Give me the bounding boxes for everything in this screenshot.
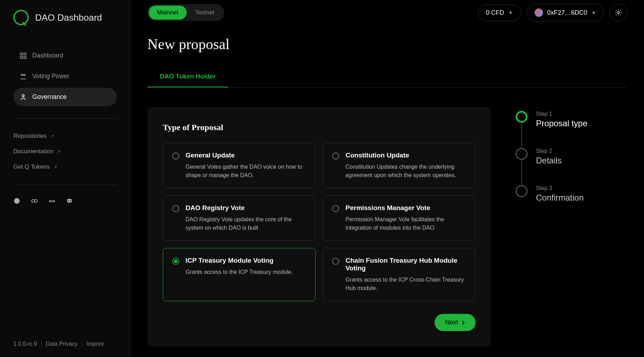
svg-point-9 xyxy=(70,201,71,202)
option-constitution-update[interactable]: Constitution Update Constitution Updates… xyxy=(323,143,476,188)
data-privacy-link[interactable]: Data Privacy xyxy=(46,341,78,347)
tab-dao-token-holder[interactable]: DAO Token Holder xyxy=(147,67,228,87)
step-dot-icon xyxy=(516,111,528,123)
step-3: Step 3 Confirmation xyxy=(516,185,588,203)
step-1: Step 1 Proposal type xyxy=(516,111,588,148)
radio-icon xyxy=(172,258,179,265)
option-desc: DAO Registry Vote updates the core of th… xyxy=(186,215,306,232)
svg-point-10 xyxy=(617,12,619,14)
page-title: New proposal xyxy=(147,36,627,53)
social-icon-2[interactable] xyxy=(31,197,38,204)
proposal-type-card: Type of Proposal General Update General … xyxy=(147,107,491,346)
chevron-right-icon xyxy=(462,320,465,325)
body-row: Type of Proposal General Update General … xyxy=(147,107,627,346)
dashboard-icon xyxy=(20,52,27,59)
step-line xyxy=(521,123,522,148)
step-dot-icon xyxy=(516,148,528,160)
option-title: General Update xyxy=(186,151,306,159)
svg-rect-3 xyxy=(24,56,26,59)
wallet-address: 0xF27…6DC0 xyxy=(547,9,587,16)
link-documentation[interactable]: Documentation ↗ xyxy=(13,144,117,159)
option-title: Permissions Manager Vote xyxy=(346,204,466,212)
option-chain-fusion-treasury[interactable]: Chain Fusion Treasury Hub Module Voting … xyxy=(323,248,476,301)
option-permissions-manager-vote[interactable]: Permissions Manager Vote Permission Mana… xyxy=(323,195,476,241)
next-label: Next xyxy=(445,319,458,326)
nav-list: Dashboard Voting Power Governance xyxy=(13,46,117,108)
separator xyxy=(41,341,42,347)
nav-label: Governance xyxy=(32,93,67,101)
network-toggle: Mainnet Testnet xyxy=(147,4,224,21)
radio-icon xyxy=(332,258,339,265)
option-icp-treasury-module[interactable]: ICP Treasury Module Voting Grants access… xyxy=(163,248,316,301)
step-dot-icon xyxy=(516,185,528,197)
next-button[interactable]: Next xyxy=(435,314,476,331)
ext-link-label: Documentation xyxy=(13,148,53,155)
option-desc: Constitution Updates change the underlyi… xyxy=(346,163,466,180)
radio-icon xyxy=(172,205,179,212)
option-desc: Grants access to the ICP Treasury module… xyxy=(186,268,293,276)
network-mainnet-button[interactable]: Mainnet xyxy=(149,6,187,20)
step-label: Step 3 xyxy=(536,185,584,191)
logo-row: DAO Dashboard xyxy=(13,10,117,25)
svg-point-6 xyxy=(32,200,34,202)
link-repositories[interactable]: Repositories ↗ xyxy=(13,128,117,144)
option-title: Constitution Update xyxy=(346,151,466,159)
external-link-icon: ↗ xyxy=(57,149,61,154)
next-row: Next xyxy=(163,314,476,331)
balance-value: 0 CFD xyxy=(486,9,504,16)
svg-point-7 xyxy=(34,200,37,202)
gear-icon xyxy=(615,9,622,16)
option-title: ICP Treasury Module Voting xyxy=(186,257,293,264)
option-dao-registry-vote[interactable]: DAO Registry Vote DAO Registry Vote upda… xyxy=(163,195,316,241)
option-desc: Permission Manager Vote facilitates the … xyxy=(346,215,466,232)
option-title: Chain Fusion Treasury Hub Module Voting xyxy=(346,257,466,272)
sidebar-item-dashboard[interactable]: Dashboard xyxy=(13,46,117,65)
radio-icon xyxy=(332,205,339,212)
step-label: Step 2 xyxy=(536,148,562,154)
stepper: Step 1 Proposal type Step 2 Details Ste xyxy=(516,107,588,346)
content: New proposal DAO Token Holder Type of Pr… xyxy=(130,25,644,357)
imprint-link[interactable]: Imprint xyxy=(86,341,103,347)
option-grid: General Update General Votes gather the … xyxy=(163,143,476,301)
main: Mainnet Testnet 0 CFD ▼ 0xF27…6DC0 ▼ New… xyxy=(130,0,644,357)
discord-icon[interactable] xyxy=(66,197,73,204)
svg-point-8 xyxy=(68,201,69,202)
svg-point-4 xyxy=(22,95,24,97)
separator xyxy=(82,341,82,347)
sidebar-item-governance[interactable]: Governance xyxy=(13,88,117,106)
nav-label: Dashboard xyxy=(32,52,63,59)
tabs-row: DAO Token Holder xyxy=(147,67,627,88)
step-name: Details xyxy=(536,156,562,166)
network-testnet-button[interactable]: Testnet xyxy=(187,6,223,20)
bridge-icon[interactable] xyxy=(48,197,55,204)
chevron-down-icon: ▼ xyxy=(591,10,596,15)
app-title: DAO Dashboard xyxy=(35,12,102,23)
social-icon-1[interactable] xyxy=(13,197,20,204)
divider xyxy=(13,184,117,185)
step-name: Proposal type xyxy=(536,119,588,128)
radio-icon xyxy=(172,153,179,160)
wallet-dropdown[interactable]: 0xF27…6DC0 ▼ xyxy=(526,4,604,21)
step-name: Confirmation xyxy=(536,193,584,203)
external-link-icon: ↗ xyxy=(50,134,54,139)
step-label: Step 1 xyxy=(536,111,588,117)
option-general-update[interactable]: General Update General Votes gather the … xyxy=(163,143,316,188)
divider xyxy=(13,118,117,119)
topbar: Mainnet Testnet 0 CFD ▼ 0xF27…6DC0 ▼ xyxy=(130,0,644,25)
ext-link-label: Repositories xyxy=(13,133,47,140)
sidebar-footer: 1.0.0-rc.9 Data Privacy Imprint xyxy=(13,341,117,347)
sidebar-item-voting-power[interactable]: Voting Power xyxy=(13,67,117,86)
svg-rect-1 xyxy=(24,53,26,55)
settings-button[interactable] xyxy=(610,4,627,21)
ext-link-label: Get Q Tokens xyxy=(13,163,50,170)
governance-icon xyxy=(20,94,27,101)
nav-label: Voting Power xyxy=(32,73,69,80)
external-link-icon: ↗ xyxy=(53,164,57,170)
balance-dropdown[interactable]: 0 CFD ▼ xyxy=(478,5,521,21)
link-get-q-tokens[interactable]: Get Q Tokens ↗ xyxy=(13,159,117,175)
external-links: Repositories ↗ Documentation ↗ Get Q Tok… xyxy=(13,128,117,175)
step-line xyxy=(521,160,522,185)
wallet-avatar-icon xyxy=(535,8,543,17)
step-2: Step 2 Details xyxy=(516,148,588,185)
svg-point-5 xyxy=(14,198,20,204)
